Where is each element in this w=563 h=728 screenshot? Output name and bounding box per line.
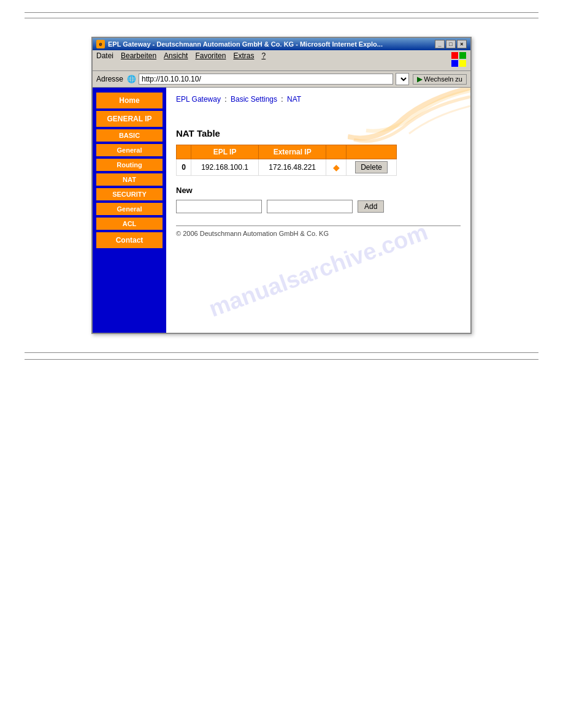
go-arrow-icon: ▶ (417, 75, 422, 83)
row-external-ip: 172.16.48.221 (259, 159, 326, 176)
menu-ansicht[interactable]: Ansicht (164, 51, 188, 69)
menu-extras[interactable]: Extras (233, 51, 254, 69)
sidebar-item-home[interactable]: Home (96, 93, 163, 108)
go-button[interactable]: ▶ Wechseln zu (413, 74, 467, 85)
breadcrumb: EPL Gateway : Basic Settings : NAT (176, 95, 461, 104)
sidebar-item-basic[interactable]: BASIC (96, 129, 163, 142)
address-input[interactable] (139, 74, 393, 85)
windows-logo (451, 51, 467, 69)
address-label: Adresse (96, 75, 123, 83)
address-bar: Adresse 🌐 ▶ Wechseln zu (93, 71, 470, 88)
col-epl-ip-header: EPL IP (191, 145, 259, 159)
svg-rect-0 (451, 52, 458, 59)
bottom-rule-2 (25, 359, 538, 360)
browser-icon: e (96, 40, 105, 48)
menu-datei[interactable]: Datei (96, 51, 113, 69)
menu-bar: Datei Bearbeiten Ansicht Favoriten Extra… (93, 50, 470, 71)
title-bar: e EPL Gateway - Deutschmann Automation G… (93, 38, 470, 50)
menu-help[interactable]: ? (261, 51, 266, 69)
address-dropdown[interactable] (396, 73, 409, 85)
top-rule-2 (25, 18, 538, 18)
col-action-header (326, 145, 347, 159)
sidebar-item-acl[interactable]: ACL (96, 218, 163, 230)
breadcrumb-sep-1: : (224, 95, 229, 104)
content-area: Home GENERAL IP BASIC General Routing NA… (93, 88, 470, 333)
delete-button[interactable]: Delete (355, 161, 388, 173)
sidebar: Home GENERAL IP BASIC General Routing NA… (93, 88, 166, 333)
title-bar-left: e EPL Gateway - Deutschmann Automation G… (96, 40, 383, 48)
row-index: 0 (177, 159, 191, 176)
row-epl-ip: 192.168.100.1 (191, 159, 259, 176)
row-arrow: ◆ (326, 159, 347, 176)
top-rule-1 (25, 12, 538, 13)
title-bar-controls[interactable]: _ □ × (435, 40, 467, 48)
breadcrumb-sep-2: : (281, 95, 285, 104)
new-form: Add (176, 200, 461, 213)
col-delete-header (347, 145, 397, 159)
sidebar-item-nat[interactable]: NAT (96, 173, 163, 186)
sidebar-item-routing[interactable]: Routing (96, 159, 163, 171)
sidebar-item-contact[interactable]: Contact (96, 232, 163, 248)
add-button[interactable]: Add (358, 200, 384, 213)
bottom-rules (25, 352, 538, 360)
svg-rect-2 (451, 60, 458, 67)
window-title: EPL Gateway - Deutschmann Automation Gmb… (108, 40, 383, 48)
page-icon: 🌐 (127, 75, 136, 83)
minimize-button[interactable]: _ (435, 40, 445, 48)
sidebar-item-general[interactable]: General (96, 144, 163, 156)
close-button[interactable]: × (457, 40, 467, 48)
menu-favoriten[interactable]: Favoriten (195, 51, 226, 69)
new-section-label: New (176, 186, 461, 195)
nat-table-title: NAT Table (176, 128, 461, 138)
arrow-icon: ◆ (333, 162, 340, 172)
breadcrumb-nat[interactable]: NAT (287, 95, 301, 104)
sidebar-item-general-ip[interactable]: GENERAL IP (96, 111, 163, 127)
svg-rect-3 (459, 60, 466, 67)
row-delete-cell: Delete (347, 159, 397, 176)
svg-rect-1 (459, 52, 466, 59)
sidebar-item-sec-general[interactable]: General (96, 203, 163, 215)
col-external-ip-header: External IP (259, 145, 326, 159)
footer-rule (176, 226, 461, 226)
main-panel: EPL Gateway : Basic Settings : NAT NAT T… (166, 88, 470, 333)
sidebar-item-security[interactable]: SECURITY (96, 188, 163, 200)
table-row: 0 192.168.100.1 172.16.48.221 ◆ Delete (177, 159, 397, 176)
menu-bearbeiten[interactable]: Bearbeiten (121, 51, 156, 69)
breadcrumb-basic-settings[interactable]: Basic Settings (231, 95, 277, 104)
browser-window: e EPL Gateway - Deutschmann Automation G… (91, 37, 472, 334)
breadcrumb-epl-gateway[interactable]: EPL Gateway (176, 95, 221, 104)
nat-table: EPL IP External IP 0 192.168.100.1 172.1… (176, 145, 397, 176)
col-index-header (177, 145, 191, 159)
new-external-ip-input[interactable] (267, 200, 353, 213)
new-epl-ip-input[interactable] (176, 200, 262, 213)
maximize-button[interactable]: □ (446, 40, 456, 48)
address-input-wrap: 🌐 (127, 73, 409, 85)
go-button-label: Wechseln zu (424, 75, 462, 83)
bottom-rule-1 (25, 352, 538, 353)
footer-copyright: © 2006 Deutschmann Automation GmbH & Co.… (176, 230, 461, 237)
